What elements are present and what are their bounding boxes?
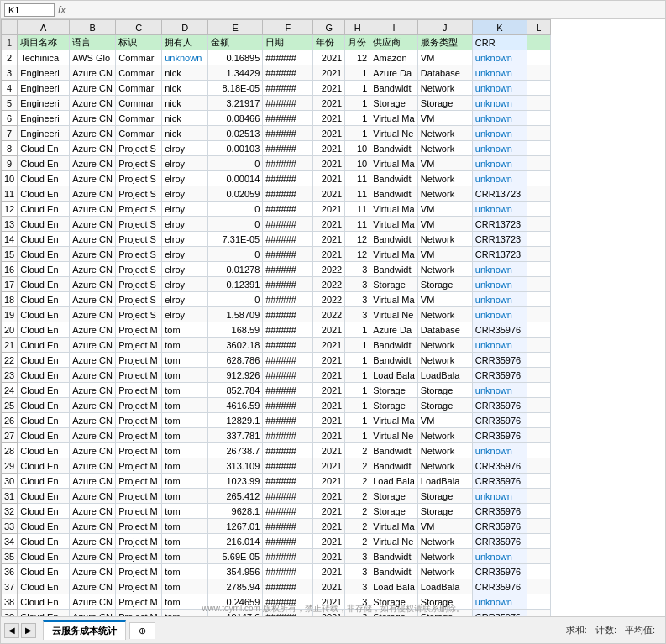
cell-r7-c8[interactable]: Virtual Ne — [370, 126, 418, 141]
cell-r10-c3[interactable]: elroy — [162, 171, 208, 186]
cell-r12-c8[interactable]: Virtual Ma — [370, 202, 418, 217]
cell-r21-c8[interactable]: Bandwidt — [370, 338, 418, 353]
cell-r36-c5[interactable]: ###### — [263, 564, 313, 579]
cell-r29-c11[interactable] — [527, 458, 550, 474]
header-year[interactable]: 年份 — [313, 35, 345, 50]
cell-r30-c6[interactable]: 2021 — [313, 474, 345, 489]
cell-r8-c3[interactable]: elroy — [162, 141, 208, 156]
cell-r7-c9[interactable]: Network — [417, 126, 472, 141]
cell-r7-c10[interactable]: unknown — [472, 126, 527, 141]
table-row[interactable]: 33Cloud EnAzure CNProject Mtom1267.01###… — [2, 519, 551, 534]
table-row[interactable]: 10Cloud EnAzure CNProject Selroy0.00014#… — [2, 171, 551, 186]
cell-r27-c0[interactable]: Cloud En — [18, 428, 70, 443]
cell-r19-c7[interactable]: 3 — [345, 307, 370, 322]
cell-r37-c2[interactable]: Project M — [116, 579, 162, 594]
cell-r16-c8[interactable]: Bandwidt — [370, 262, 418, 277]
table-row[interactable]: 25Cloud EnAzure CNProject Mtom4616.59###… — [2, 398, 551, 413]
cell-r24-c8[interactable]: Storage — [370, 383, 418, 398]
cell-r22-c5[interactable]: ###### — [263, 353, 313, 368]
cell-r11-c8[interactable]: Bandwidt — [370, 186, 418, 202]
cell-r26-c9[interactable]: VM — [417, 413, 472, 428]
cell-r9-c6[interactable]: 2021 — [313, 156, 345, 171]
cell-r11-c4[interactable]: 0.02059 — [208, 186, 263, 202]
cell-r6-c5[interactable]: ###### — [263, 111, 313, 126]
cell-r24-c10[interactable]: unknown — [472, 383, 527, 398]
cell-r11-c10[interactable]: CRR13723 — [472, 186, 527, 202]
cell-r19-c1[interactable]: Azure CN — [70, 307, 116, 322]
cell-r13-c1[interactable]: Azure CN — [70, 217, 116, 232]
table-area[interactable]: A B C D E F G H I J K L 1 项目名称 语言 — [1, 19, 665, 616]
cell-r12-c5[interactable]: ###### — [263, 202, 313, 217]
table-row[interactable]: 31Cloud EnAzure CNProject Mtom265.412###… — [2, 489, 551, 504]
cell-r4-c3[interactable]: nick — [162, 81, 208, 96]
cell-r39-c2[interactable]: Project M — [116, 610, 162, 617]
cell-r14-c3[interactable]: elroy — [162, 232, 208, 247]
cell-r31-c5[interactable]: ###### — [263, 489, 313, 504]
header-amount[interactable]: 金额 — [208, 35, 263, 50]
cell-r37-c9[interactable]: LoadBala — [417, 579, 472, 594]
cell-r25-c4[interactable]: 4616.59 — [208, 398, 263, 413]
cell-r5-c11[interactable] — [527, 96, 550, 111]
col-header-e[interactable]: E — [208, 20, 263, 35]
cell-r35-c6[interactable]: 2021 — [313, 549, 345, 564]
cell-r4-c2[interactable]: Commar — [116, 81, 162, 96]
cell-r20-c5[interactable]: ###### — [263, 322, 313, 338]
table-row[interactable]: 19Cloud EnAzure CNProject Selroy1.58709#… — [2, 307, 551, 322]
cell-r8-c5[interactable]: ###### — [263, 141, 313, 156]
cell-r8-c11[interactable] — [527, 141, 550, 156]
cell-r23-c11[interactable] — [527, 368, 550, 383]
cell-r32-c3[interactable]: tom — [162, 504, 208, 519]
cell-r14-c0[interactable]: Cloud En — [18, 232, 70, 247]
cell-r11-c0[interactable]: Cloud En — [18, 186, 70, 202]
cell-r9-c11[interactable] — [527, 156, 550, 171]
cell-r18-c7[interactable]: 3 — [345, 292, 370, 307]
cell-r5-c1[interactable]: Azure CN — [70, 96, 116, 111]
cell-r36-c10[interactable]: CRR35976 — [472, 564, 527, 579]
cell-r33-c4[interactable]: 1267.01 — [208, 519, 263, 534]
cell-r36-c8[interactable]: Bandwidt — [370, 564, 418, 579]
cell-r23-c1[interactable]: Azure CN — [70, 368, 116, 383]
cell-r11-c9[interactable]: Network — [417, 186, 472, 202]
table-row[interactable]: 5EngineeriAzure CNCommarnick3.21917#####… — [2, 96, 551, 111]
table-row[interactable]: 38Cloud EnAzure CNProject Mtom0.24659###… — [2, 594, 551, 610]
cell-r19-c8[interactable]: Virtual Ne — [370, 307, 418, 322]
cell-r31-c11[interactable] — [527, 489, 550, 504]
cell-r38-c6[interactable]: 2021 — [313, 594, 345, 610]
cell-r28-c0[interactable]: Cloud En — [18, 443, 70, 458]
cell-r37-c7[interactable]: 3 — [345, 579, 370, 594]
cell-r38-c9[interactable]: Storage — [417, 594, 472, 610]
cell-r15-c10[interactable]: CRR13723 — [472, 247, 527, 262]
cell-r12-c1[interactable]: Azure CN — [70, 202, 116, 217]
cell-r14-c10[interactable]: CRR13723 — [472, 232, 527, 247]
cell-r17-c5[interactable]: ###### — [263, 277, 313, 292]
cell-r25-c6[interactable]: 2021 — [313, 398, 345, 413]
cell-r17-c11[interactable] — [527, 277, 550, 292]
table-row[interactable]: 36Cloud EnAzure CNProject Mtom354.956###… — [2, 564, 551, 579]
cell-r8-c9[interactable]: Network — [417, 141, 472, 156]
cell-r14-c5[interactable]: ###### — [263, 232, 313, 247]
cell-r2-c0[interactable]: Techinica — [18, 50, 70, 65]
cell-r16-c2[interactable]: Project S — [116, 262, 162, 277]
cell-r3-c8[interactable]: Azure Da — [370, 65, 418, 81]
table-row[interactable]: 12Cloud EnAzure CNProject Selroy0######2… — [2, 202, 551, 217]
cell-r27-c2[interactable]: Project M — [116, 428, 162, 443]
cell-r3-c5[interactable]: ###### — [263, 65, 313, 81]
cell-r33-c8[interactable]: Virtual Ma — [370, 519, 418, 534]
cell-r25-c10[interactable]: CRR35976 — [472, 398, 527, 413]
cell-r19-c3[interactable]: elroy — [162, 307, 208, 322]
cell-r25-c7[interactable]: 1 — [345, 398, 370, 413]
cell-r36-c1[interactable]: Azure CN — [70, 564, 116, 579]
cell-r15-c6[interactable]: 2021 — [313, 247, 345, 262]
table-row[interactable]: 7EngineeriAzure CNCommarnick0.02513#####… — [2, 126, 551, 141]
table-row[interactable]: 6EngineeriAzure CNCommarnick0.08466#####… — [2, 111, 551, 126]
cell-r39-c11[interactable] — [527, 610, 550, 617]
cell-r21-c1[interactable]: Azure CN — [70, 338, 116, 353]
cell-r32-c9[interactable]: Storage — [417, 504, 472, 519]
cell-r6-c0[interactable]: Engineeri — [18, 111, 70, 126]
cell-r25-c8[interactable]: Storage — [370, 398, 418, 413]
cell-r35-c11[interactable] — [527, 549, 550, 564]
cell-r36-c7[interactable]: 3 — [345, 564, 370, 579]
cell-r10-c5[interactable]: ###### — [263, 171, 313, 186]
cell-r4-c9[interactable]: Network — [417, 81, 472, 96]
cell-r16-c10[interactable]: unknown — [472, 262, 527, 277]
